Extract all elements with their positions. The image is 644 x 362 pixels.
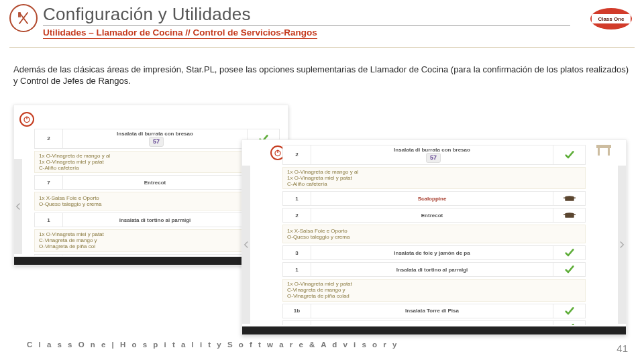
order-row[interactable]: 1Scaloppine xyxy=(282,191,586,206)
logo-icon xyxy=(9,4,38,32)
svg-rect-14 xyxy=(574,215,576,216)
order-detail-row: 1x X-Salsa Foie e OportoO-Queso taleggio… xyxy=(282,225,586,243)
screenshot-area: 2Insalata di burrata con bresao571x O-Vi… xyxy=(13,101,632,332)
svg-rect-10 xyxy=(574,198,576,199)
order-detail-row: 1x O-Vinagreta de mango y al1x O-Vinagre… xyxy=(282,167,586,190)
order-row[interactable]: 1bInsalata Torre di Pisa xyxy=(282,304,586,318)
pot-icon[interactable] xyxy=(553,208,585,222)
brand-badge: Class One xyxy=(590,8,632,29)
body-paragraph: Además de las clásicas áreas de impresió… xyxy=(13,64,631,87)
taskbar xyxy=(242,326,626,335)
order-row[interactable]: 2Entrecot xyxy=(282,208,586,223)
page-title: Configuración y Utilidades xyxy=(43,4,570,26)
pot-icon[interactable] xyxy=(553,192,585,205)
slide-header: Configuración y Utilidades Utilidades – … xyxy=(0,0,644,39)
svg-rect-13 xyxy=(564,215,566,216)
check-icon[interactable] xyxy=(553,304,585,318)
page-subtitle: Utilidades – Llamador de Cocina // Contr… xyxy=(43,27,317,39)
order-row[interactable]: 1Insalata di tortino al parmigi xyxy=(282,262,586,277)
check-icon[interactable] xyxy=(553,321,585,325)
check-icon[interactable] xyxy=(553,246,585,259)
svg-rect-12 xyxy=(565,214,574,218)
page-number: 41 xyxy=(616,343,628,354)
order-row[interactable]: 2Insalata di burrata con bresao57 xyxy=(282,145,586,165)
order-detail-row: 1x O-Vinagreta miel y patatC-Vinagreta d… xyxy=(282,279,586,302)
svg-rect-8 xyxy=(565,197,574,201)
screenshot-rank-control: 2Insalata di burrata con bresao571x O-Vi… xyxy=(241,139,627,335)
order-row[interactable]: 10Entrecot xyxy=(282,320,586,325)
check-icon[interactable] xyxy=(553,263,585,276)
order-row[interactable]: 3Insalata de foie y jamón de pa xyxy=(282,245,586,260)
footer-text: C l a s s O n e | H o s p i t a l i t y … xyxy=(27,341,398,349)
svg-rect-9 xyxy=(564,198,566,199)
divider xyxy=(9,47,635,48)
check-icon[interactable] xyxy=(553,145,585,164)
